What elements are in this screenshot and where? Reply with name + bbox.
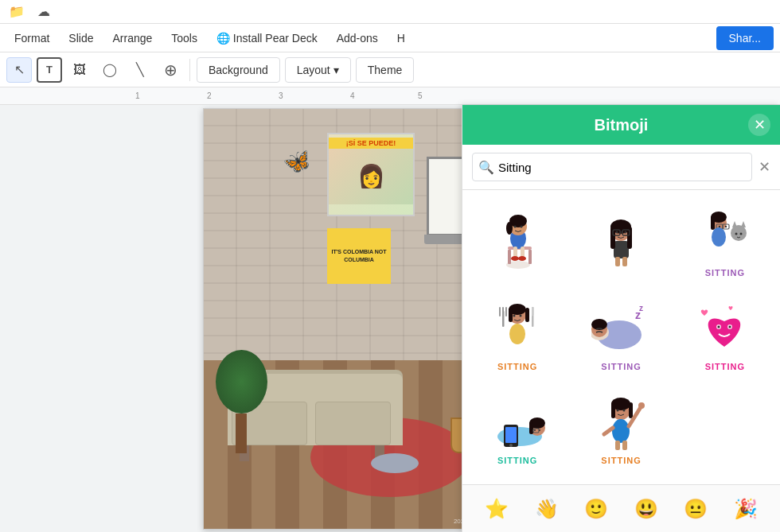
sticker-6-image: [689, 297, 761, 360]
svg-rect-83: [622, 441, 627, 450]
sticker-5-image: z z: [585, 297, 657, 360]
sticker-5[interactable]: z z SITTING: [572, 290, 669, 378]
menu-help[interactable]: H: [389, 29, 413, 48]
sticker-3-svg: [695, 205, 755, 265]
svg-rect-75: [629, 402, 633, 418]
footer-star-icon[interactable]: ⭐: [485, 498, 509, 520]
sticker-3-image: [689, 203, 761, 266]
svg-point-78: [612, 419, 630, 443]
svg-point-13: [518, 256, 526, 261]
svg-marker-36: [741, 221, 746, 227]
svg-point-22: [615, 231, 618, 233]
menu-slide[interactable]: Slide: [60, 29, 101, 48]
image-button[interactable]: 🖼: [67, 57, 92, 83]
sticker-6-label: SITTING: [705, 362, 745, 371]
ruler-mark-1: 1: [135, 91, 140, 100]
sticker-6[interactable]: SITTING: [677, 290, 774, 378]
sticker-5-svg: z z: [591, 299, 651, 359]
svg-point-44: [519, 314, 521, 316]
layout-button[interactable]: Layout ▾: [285, 57, 351, 83]
sticker-2-svg: [591, 211, 651, 270]
footer-grin-icon[interactable]: 😃: [634, 498, 658, 520]
select-tool-button[interactable]: ↖: [6, 57, 32, 83]
ruler-mark-2: 2: [207, 91, 212, 100]
bitmoji-panel: Bitmoji ✕ 🔍 ✕: [462, 105, 780, 532]
svg-marker-35: [732, 221, 737, 227]
clear-search-button[interactable]: ✕: [759, 158, 770, 176]
menu-tools[interactable]: Tools: [163, 29, 205, 48]
menu-addons[interactable]: Add-ons: [329, 29, 386, 48]
svg-text:z: z: [639, 304, 643, 313]
sticker-1[interactable]: [469, 196, 566, 284]
footer-celebrate-icon[interactable]: 🎉: [734, 498, 758, 520]
top-bar: 📁 ☁: [0, 0, 780, 24]
sticker-8-image: [585, 390, 657, 454]
sticker-2[interactable]: [572, 196, 669, 284]
svg-rect-41: [509, 308, 513, 322]
bitmoji-search-input[interactable]: [472, 153, 752, 181]
svg-point-71: [509, 444, 513, 447]
sticker-8[interactable]: SITTING: [572, 384, 669, 472]
svg-rect-2: [508, 250, 511, 264]
svg-point-43: [513, 314, 515, 316]
background-button[interactable]: Background: [197, 57, 280, 83]
sticker-4[interactable]: SITTING: [469, 290, 566, 378]
line-button[interactable]: ╲: [127, 57, 153, 83]
footer-neutral-icon[interactable]: 😐: [684, 498, 708, 520]
svg-point-67: [534, 429, 536, 431]
folder-icon[interactable]: 📁: [8, 3, 25, 21]
toolbar-divider-1: [189, 59, 190, 81]
share-button[interactable]: Shar...: [716, 26, 774, 50]
sticker-4-svg: [488, 299, 548, 359]
svg-point-8: [513, 225, 516, 227]
background-label: Background: [209, 64, 268, 76]
cloud-icon[interactable]: ☁: [35, 3, 53, 21]
svg-rect-65: [529, 421, 533, 434]
sticker-3[interactable]: SITTING: [677, 196, 774, 284]
svg-point-68: [539, 429, 540, 431]
sticker-4-image: [482, 297, 553, 360]
svg-rect-14: [614, 241, 629, 258]
svg-rect-42: [525, 308, 529, 322]
sticker-6-svg: [695, 299, 755, 359]
svg-point-12: [511, 256, 519, 261]
bitmoji-close-button[interactable]: ✕: [748, 114, 770, 136]
footer-wave-icon[interactable]: 👋: [535, 498, 559, 520]
menu-format[interactable]: Format: [6, 29, 57, 48]
svg-point-45: [509, 324, 525, 344]
sticker-7-image: [482, 390, 553, 454]
toolbar: ↖ T 🖼 ◯ ╲ ⊕ Background Layout ▾ Theme: [0, 52, 780, 87]
svg-marker-51: [532, 307, 534, 316]
sticker-1-image: [482, 208, 553, 272]
svg-point-80: [638, 402, 645, 409]
bitmoji-search-bar: 🔍 ✕: [462, 145, 780, 190]
text-box-button[interactable]: T: [37, 57, 62, 83]
sofa-cushion-right: [315, 402, 391, 445]
svg-rect-49: [505, 307, 507, 316]
svg-rect-70: [505, 427, 517, 443]
sticker-7[interactable]: SITTING: [469, 384, 566, 472]
svg-point-60: [718, 325, 720, 328]
svg-rect-25: [622, 257, 627, 266]
insert-button[interactable]: ⊕: [158, 57, 183, 83]
theme-label: Theme: [368, 64, 403, 76]
shape-button[interactable]: ◯: [97, 57, 123, 83]
sticker-7-label: SITTING: [497, 456, 537, 465]
tree-top: [216, 350, 267, 414]
poster-si-text: ¡SÍ SE PUEDE!: [329, 138, 413, 149]
theme-button[interactable]: Theme: [356, 57, 415, 83]
svg-point-76: [616, 409, 618, 411]
svg-point-61: [729, 325, 731, 328]
sticker-2-image: [585, 208, 657, 272]
ruler-mark-4: 4: [350, 91, 355, 100]
footer-smile-icon[interactable]: 🙂: [584, 498, 608, 520]
main-content: ¡SÍ SE PUEDE! 👩 IT'S COLOMBIA NOT COLUMB…: [0, 105, 780, 532]
svg-line-81: [604, 428, 613, 434]
menu-arrange[interactable]: Arrange: [104, 29, 160, 48]
menu-bar: Format Slide Arrange Tools 🌐 Install Pea…: [0, 24, 780, 52]
install-pear-deck-button[interactable]: 🌐 Install Pear Deck: [209, 29, 326, 48]
poster-colombia: IT'S COLOMBIA NOT COLUMBIA: [327, 228, 391, 284]
layout-chevron-icon: ▾: [333, 64, 339, 76]
svg-point-9: [520, 225, 522, 227]
sticker-7-svg: [488, 393, 548, 452]
